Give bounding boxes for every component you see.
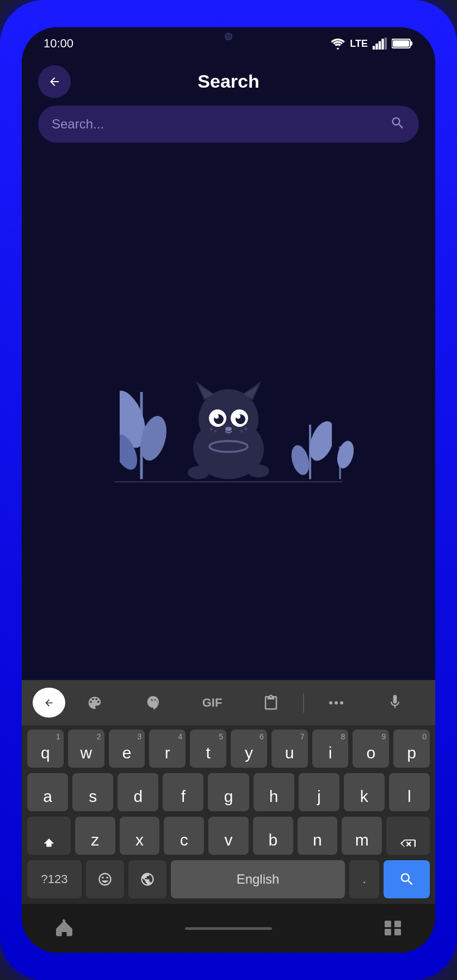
key-g[interactable]: g (208, 773, 249, 811)
svg-rect-42 (394, 921, 401, 927)
svg-rect-8 (393, 40, 409, 47)
key-emoji[interactable] (86, 860, 124, 898)
ground-line (114, 481, 343, 482)
svg-point-35 (288, 443, 312, 477)
svg-point-37 (335, 439, 354, 470)
bottom-nav (22, 904, 435, 953)
key-space[interactable]: English (171, 860, 345, 898)
key-b[interactable]: b (253, 817, 293, 855)
key-k[interactable]: k (344, 773, 385, 811)
key-z[interactable]: z (75, 817, 115, 855)
back-arrow-icon (48, 75, 61, 88)
svg-rect-44 (394, 929, 401, 935)
svg-point-39 (335, 701, 338, 705)
keyboard-row-2: a s d f g h j k l (27, 773, 430, 811)
key-c[interactable]: c (164, 817, 204, 855)
keyboard[interactable]: GIF (22, 680, 435, 904)
svg-rect-3 (379, 41, 381, 50)
key-h[interactable]: h (254, 773, 294, 811)
plant-right (288, 392, 332, 481)
svg-point-29 (240, 430, 243, 432)
keyboard-keys: 1q 2w 3e 4r 5t 6y 7u 8i 9o 0p a s (22, 725, 435, 855)
key-dot[interactable]: . (349, 860, 379, 898)
key-t[interactable]: 5t (190, 730, 226, 768)
svg-rect-43 (385, 929, 391, 935)
lte-icon: LTE (350, 38, 368, 50)
page-title: Search (197, 71, 259, 92)
plant-far-right (326, 425, 354, 481)
key-n[interactable]: n (298, 817, 338, 855)
cat-scene (109, 330, 348, 482)
search-icon[interactable] (390, 115, 405, 133)
app-area: Search Search... (22, 60, 435, 953)
key-v[interactable]: v (208, 817, 249, 855)
key-o[interactable]: 9o (353, 730, 389, 768)
keyboard-palette-button[interactable] (65, 690, 124, 716)
svg-point-32 (248, 464, 269, 477)
key-j[interactable]: j (299, 773, 339, 811)
keyboard-more-button[interactable] (307, 690, 366, 716)
key-d[interactable]: d (118, 773, 158, 811)
status-icons: LTE (330, 38, 413, 50)
key-globe[interactable] (128, 860, 166, 898)
svg-point-23 (214, 414, 219, 419)
search-input[interactable]: Search... (52, 117, 382, 132)
key-m[interactable]: m (342, 817, 382, 855)
svg-point-24 (236, 414, 240, 419)
key-backspace[interactable] (386, 817, 430, 855)
search-bar[interactable]: Search... (38, 106, 419, 143)
key-a[interactable]: a (27, 773, 68, 811)
nav-home[interactable] (54, 917, 74, 939)
svg-point-38 (329, 701, 332, 705)
svg-point-27 (214, 430, 217, 432)
svg-rect-1 (373, 46, 375, 50)
front-camera (225, 33, 232, 40)
keyboard-mic-button[interactable] (366, 690, 424, 716)
keyboard-gif-button[interactable]: GIF (183, 690, 242, 716)
svg-rect-41 (385, 921, 391, 927)
svg-point-28 (244, 427, 248, 431)
keyboard-toolbar: GIF (22, 680, 435, 725)
back-button[interactable] (38, 65, 71, 98)
illustration-area (22, 154, 435, 680)
svg-rect-4 (381, 39, 384, 50)
status-time: 10:00 (44, 36, 73, 51)
svg-rect-5 (385, 38, 387, 50)
svg-rect-2 (375, 44, 378, 50)
keyboard-row-3: z x c v b n m (27, 817, 430, 855)
keyboard-row-1: 1q 2w 3e 4r 5t 6y 7u 8i 9o 0p (27, 730, 430, 768)
cat-body (174, 370, 283, 481)
key-l[interactable]: l (389, 773, 430, 811)
phone-frame: 10:00 LTE (0, 0, 457, 980)
keyboard-bottom-row: ?123 English (22, 860, 435, 904)
keyboard-sticker-button[interactable] (124, 690, 183, 716)
key-q[interactable]: 1q (27, 730, 64, 768)
key-y[interactable]: 6y (231, 730, 267, 768)
svg-point-26 (209, 427, 213, 431)
key-r[interactable]: 4r (149, 730, 186, 768)
key-w[interactable]: 2w (68, 730, 104, 768)
key-p[interactable]: 0p (393, 730, 430, 768)
header: Search (22, 60, 435, 97)
keyboard-separator (303, 693, 304, 713)
svg-point-31 (188, 466, 209, 479)
svg-point-25 (225, 427, 232, 431)
key-s[interactable]: s (72, 773, 113, 811)
keyboard-back-button[interactable] (33, 688, 65, 718)
key-shift[interactable] (27, 817, 71, 855)
phone-screen: 10:00 LTE (22, 27, 435, 953)
search-container: Search... (22, 97, 435, 154)
svg-rect-7 (410, 41, 412, 46)
nav-recents[interactable] (383, 919, 403, 938)
signal-icon (372, 38, 387, 50)
key-search-submit[interactable] (384, 860, 430, 898)
key-numbers[interactable]: ?123 (27, 860, 82, 898)
key-u[interactable]: 7u (271, 730, 308, 768)
key-f[interactable]: f (163, 773, 203, 811)
keyboard-clipboard-button[interactable] (242, 690, 300, 716)
key-e[interactable]: 3e (109, 730, 145, 768)
wifi-icon (330, 38, 345, 50)
key-i[interactable]: 8i (312, 730, 349, 768)
key-x[interactable]: x (120, 817, 160, 855)
gif-label: GIF (202, 696, 223, 710)
